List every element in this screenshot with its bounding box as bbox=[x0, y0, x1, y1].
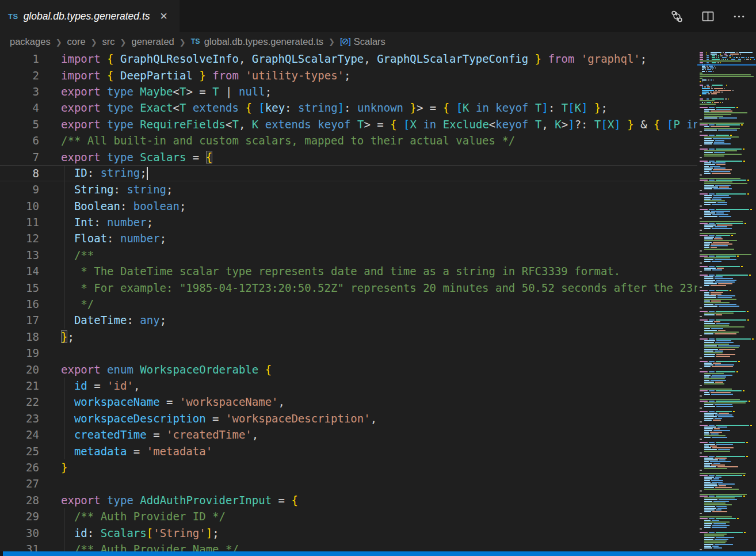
code-line[interactable]: 29 /** Auth Provider ID */ bbox=[0, 508, 697, 524]
code-line[interactable]: 25 metadata = 'metadata' bbox=[0, 443, 697, 459]
code-editor[interactable]: 1import { GraphQLResolveInfo, GraphQLSca… bbox=[0, 51, 756, 551]
minimap-line bbox=[700, 534, 755, 535]
minimap-line bbox=[700, 314, 755, 315]
minimap-line bbox=[700, 406, 755, 407]
minimap-line bbox=[700, 64, 755, 65]
code-line[interactable]: 6/** All built-in and custom scalars, ma… bbox=[0, 132, 697, 148]
line-number[interactable]: 3 bbox=[0, 85, 39, 98]
minimap-line bbox=[700, 370, 755, 371]
breadcrumb-item-src[interactable]: src bbox=[102, 36, 115, 47]
line-number[interactable]: 15 bbox=[0, 281, 39, 294]
code-text: Boolean: boolean; bbox=[61, 200, 186, 212]
line-number[interactable]: 9 bbox=[0, 183, 39, 196]
tab-global-db-types[interactable]: TS global.db.types.generated.ts ✕ bbox=[0, 0, 180, 32]
line-number[interactable]: 27 bbox=[0, 477, 39, 490]
line-number[interactable]: 20 bbox=[0, 363, 39, 376]
minimap-line bbox=[700, 250, 755, 252]
line-number[interactable]: 2 bbox=[0, 69, 39, 82]
minimap-line bbox=[700, 290, 755, 291]
line-number[interactable]: 17 bbox=[0, 314, 39, 326]
line-number[interactable]: 23 bbox=[0, 412, 39, 425]
git-compare-icon[interactable] bbox=[670, 9, 684, 23]
minimap-line bbox=[700, 392, 755, 393]
code-line[interactable]: 12 Float: number; bbox=[0, 230, 697, 246]
breadcrumb-item-generated[interactable]: generated bbox=[131, 36, 174, 47]
line-number[interactable]: 12 bbox=[0, 232, 39, 245]
minimap-line bbox=[700, 66, 755, 67]
line-number[interactable]: 31 bbox=[0, 543, 39, 551]
code-line[interactable]: 17 DateTime: any; bbox=[0, 312, 697, 328]
minimap[interactable] bbox=[697, 51, 756, 551]
code-line[interactable]: 9 String: string; bbox=[0, 181, 697, 197]
minimap-line bbox=[700, 188, 755, 189]
line-number[interactable]: 14 bbox=[0, 265, 39, 277]
code-line[interactable]: 24 createdTime = 'createdTime', bbox=[0, 426, 697, 443]
line-number[interactable]: 25 bbox=[0, 445, 39, 458]
code-line[interactable]: 26} bbox=[0, 459, 697, 475]
code-line[interactable]: 2import { DeepPartial } from 'utility-ty… bbox=[0, 67, 697, 83]
minimap-line bbox=[700, 326, 755, 327]
code-line[interactable]: 23 workspaceDescription = 'workspaceDesc… bbox=[0, 410, 697, 426]
code-line[interactable]: 13 /** bbox=[0, 247, 697, 263]
minimap-line bbox=[700, 93, 755, 94]
line-number[interactable]: 7 bbox=[0, 151, 39, 163]
code-line[interactable]: 20export enum WorkspaceOrderable { bbox=[0, 361, 697, 377]
minimap-line bbox=[700, 193, 755, 195]
breadcrumb-item-core[interactable]: core bbox=[67, 36, 86, 47]
minimap-line bbox=[700, 508, 755, 509]
line-number[interactable]: 18 bbox=[0, 330, 39, 343]
minimap-line bbox=[700, 181, 755, 182]
line-number[interactable]: 11 bbox=[0, 216, 39, 229]
code-line[interactable]: 31 /** Auth Provider Name */ bbox=[0, 541, 697, 551]
line-number[interactable]: 29 bbox=[0, 510, 39, 523]
code-line[interactable]: 4export type Exact<T extends { [key: str… bbox=[0, 100, 697, 116]
line-number[interactable]: 13 bbox=[0, 249, 39, 261]
line-number[interactable]: 10 bbox=[0, 200, 39, 212]
code-line[interactable]: 15 * For example: "1985-04-12T23:20:50.5… bbox=[0, 279, 697, 295]
code-line[interactable]: 3export type Maybe<T> = T | null; bbox=[0, 83, 697, 100]
code-line[interactable]: 21 id = 'id', bbox=[0, 378, 697, 394]
line-number[interactable]: 5 bbox=[0, 118, 39, 131]
minimap-line bbox=[700, 226, 755, 227]
code-line[interactable]: 14 * The DateTime scalar type represents… bbox=[0, 263, 697, 279]
line-number[interactable]: 16 bbox=[0, 298, 39, 310]
text-cursor bbox=[147, 167, 148, 180]
code-line[interactable]: 8 ID: string; bbox=[0, 165, 697, 181]
minimap-line bbox=[700, 499, 755, 500]
more-actions-icon[interactable] bbox=[732, 9, 746, 23]
split-editor-icon[interactable] bbox=[701, 9, 715, 23]
code-line[interactable]: 10 Boolean: boolean; bbox=[0, 198, 697, 214]
minimap-line bbox=[700, 323, 755, 324]
breadcrumb-symbol[interactable]: [⊘] Scalars bbox=[340, 36, 385, 47]
code-line[interactable]: 16 */ bbox=[0, 296, 697, 312]
minimap-line bbox=[700, 435, 755, 436]
code-line[interactable]: 19 bbox=[0, 345, 697, 361]
code-line[interactable]: 1import { GraphQLResolveInfo, GraphQLSca… bbox=[0, 51, 697, 67]
status-bar[interactable] bbox=[3, 551, 756, 556]
line-number[interactable]: 24 bbox=[0, 428, 39, 441]
breadcrumb-item-packages[interactable]: packages bbox=[10, 36, 51, 47]
line-number[interactable]: 8 bbox=[0, 167, 39, 180]
line-number[interactable]: 19 bbox=[0, 346, 39, 359]
code-line[interactable]: 22 workspaceName = 'workspaceName', bbox=[0, 394, 697, 410]
minimap-line bbox=[700, 316, 755, 317]
code-line[interactable]: 30 id: Scalars['String']; bbox=[0, 524, 697, 540]
line-number[interactable]: 22 bbox=[0, 395, 39, 408]
code-line[interactable]: 11 Int: number; bbox=[0, 214, 697, 230]
chevron-right-icon: ❯ bbox=[56, 38, 62, 47]
line-number[interactable]: 26 bbox=[0, 461, 39, 474]
code-line[interactable]: 28export type AddAuthProviderInput = { bbox=[0, 492, 697, 508]
line-number[interactable]: 21 bbox=[0, 379, 39, 392]
code-line[interactable]: 7export type Scalars = { bbox=[0, 148, 697, 165]
line-number[interactable]: 30 bbox=[0, 527, 39, 539]
code-line[interactable]: 18}; bbox=[0, 329, 697, 345]
minimap-line bbox=[700, 150, 755, 151]
code-line[interactable]: 27 bbox=[0, 475, 697, 492]
line-number[interactable]: 6 bbox=[0, 134, 39, 147]
line-number[interactable]: 28 bbox=[0, 494, 39, 507]
code-line[interactable]: 5export type RequireFields<T, K extends … bbox=[0, 116, 697, 132]
breadcrumb-file[interactable]: TS global.db.types.generated.ts bbox=[191, 36, 323, 47]
line-number[interactable]: 4 bbox=[0, 101, 39, 114]
line-number[interactable]: 1 bbox=[0, 52, 39, 65]
close-tab-icon[interactable]: ✕ bbox=[158, 10, 170, 22]
